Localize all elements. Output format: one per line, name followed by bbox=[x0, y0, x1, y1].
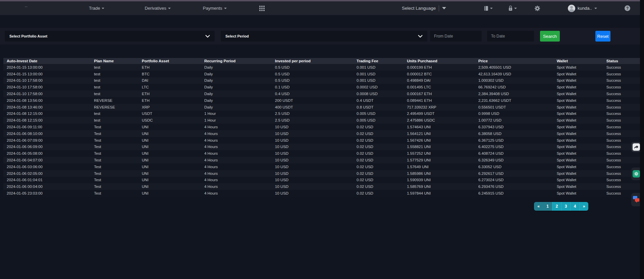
pagination-page-2[interactable]: 2 bbox=[552, 202, 561, 211]
lock-icon bbox=[508, 5, 513, 11]
language-selector[interactable]: Select Language bbox=[402, 1, 446, 15]
table-row: 2024-01-06 04:07:00TestUNI4 Hours10 USD0… bbox=[3, 157, 641, 163]
table-cell: 10 USD bbox=[272, 163, 353, 170]
table-cell: 2024-01-06 08:10:00 bbox=[3, 130, 91, 137]
pagination-page-4[interactable]: 4 bbox=[570, 202, 579, 211]
table-cell: Spot Wallet bbox=[553, 170, 603, 177]
table-cell: 0.4 USDT bbox=[353, 97, 404, 104]
chat-bubble-icon bbox=[635, 198, 639, 202]
table-cell: 2,384.39408 USD bbox=[475, 90, 553, 97]
portfolio-asset-select[interactable]: Select Portfolio Asset bbox=[5, 31, 215, 42]
grid-dot bbox=[263, 8, 265, 9]
orders-menu-button[interactable] bbox=[484, 1, 493, 15]
table-cell: 200 USDT bbox=[272, 97, 353, 104]
scrollbar[interactable] bbox=[640, 0, 644, 279]
search-button[interactable]: Search bbox=[540, 31, 560, 42]
table-row: 2024-01-06 09:11:00TestUNI4 Hours10 USD0… bbox=[3, 124, 641, 130]
table-cell: Daily bbox=[201, 71, 272, 77]
reset-button[interactable]: Reset bbox=[595, 31, 610, 42]
table-cell: 2,231.63662 USDT bbox=[475, 97, 553, 104]
table-cell: 2024-01-06 05:08:00 bbox=[3, 150, 91, 157]
table-cell: test bbox=[91, 111, 138, 117]
table-cell: 0.5 USD bbox=[272, 77, 353, 84]
table-row: 2024-01-15 13:00:00testETHDaily0.5 USD0.… bbox=[3, 64, 641, 71]
column-header: Wallet bbox=[553, 58, 603, 64]
table-cell: UNI bbox=[139, 150, 201, 157]
pagination-next-button[interactable]: » bbox=[579, 202, 588, 211]
table-cell: UNI bbox=[139, 190, 201, 197]
pagination-page-3[interactable]: 3 bbox=[561, 202, 570, 211]
table-cell: ETH bbox=[139, 90, 201, 97]
table-cell: test bbox=[91, 117, 138, 124]
table-cell: Success bbox=[603, 104, 641, 111]
table-cell: ETH bbox=[139, 97, 201, 104]
table-cell: 6.367125 USD bbox=[475, 137, 553, 144]
nav-item-trade[interactable]: Trade bbox=[89, 6, 104, 11]
table-cell: 0.02 USD bbox=[353, 124, 404, 130]
pagination-prev-button[interactable]: « bbox=[534, 202, 543, 211]
table-cell: 6.292617 USD bbox=[475, 170, 553, 177]
table-cell: 10 USD bbox=[272, 177, 353, 184]
table-cell: 2024-01-10 17:58:00 bbox=[3, 90, 91, 97]
table-cell: Daily bbox=[201, 104, 272, 111]
table-cell: test bbox=[91, 77, 138, 84]
assistant-icon bbox=[633, 170, 640, 178]
help-icon[interactable]: ? bbox=[625, 5, 630, 11]
apps-grid-icon[interactable] bbox=[259, 6, 265, 11]
pagination-page-1[interactable]: 1 bbox=[543, 202, 552, 211]
table-cell: 2.5 USD bbox=[272, 111, 353, 117]
table-cell: 6.245915 USD bbox=[475, 190, 553, 197]
table-cell: 4 Hours bbox=[201, 137, 272, 144]
table-cell: 2024-01-08 12:15:00 bbox=[3, 117, 91, 124]
column-header: Plan Name bbox=[91, 58, 138, 64]
table-cell: 0.02 USD bbox=[353, 150, 404, 157]
table-cell: UNI bbox=[139, 137, 201, 144]
table-cell: Success bbox=[603, 111, 641, 117]
table-cell: 1 Hour bbox=[201, 117, 272, 124]
table-cell: Test bbox=[91, 177, 138, 184]
table-cell: Success bbox=[603, 157, 641, 163]
table-cell: 2024-01-10 17:58:00 bbox=[3, 77, 91, 84]
table-cell: Success bbox=[603, 84, 641, 90]
table-cell: 10 USD bbox=[272, 183, 353, 190]
table-cell: 10 USD bbox=[272, 124, 353, 130]
table-cell: 2024-01-15 13:00:00 bbox=[3, 71, 91, 77]
table-cell: Spot Wallet bbox=[553, 97, 603, 104]
table-cell: 2.5 USD bbox=[272, 117, 353, 124]
table-cell: BTC bbox=[139, 71, 201, 77]
table-row: 2024-01-06 02:05:00TestUNI4 Hours10 USD0… bbox=[3, 170, 641, 177]
orders-book-icon bbox=[484, 6, 489, 11]
table-cell: UNI bbox=[139, 163, 201, 170]
pagination-pages: 1234 bbox=[543, 202, 579, 211]
security-menu-button[interactable] bbox=[508, 1, 517, 15]
table-cell: Test bbox=[91, 183, 138, 190]
table-cell: 6.326349 USD bbox=[475, 157, 553, 163]
from-date-input[interactable] bbox=[430, 31, 482, 42]
table-cell: Spot Wallet bbox=[553, 177, 603, 184]
avatar-body bbox=[569, 9, 574, 12]
settings-button[interactable] bbox=[535, 1, 540, 15]
table-cell: 10 USD bbox=[272, 170, 353, 177]
table-cell: 1.577529 UNI bbox=[404, 157, 475, 163]
table-cell: XRP bbox=[139, 104, 201, 111]
site-logo[interactable]: .. bbox=[25, 3, 28, 8]
to-date-input[interactable] bbox=[487, 31, 534, 42]
table-row: 2024-01-10 17:58:00testLTCDaily0.1 USD0.… bbox=[3, 84, 641, 90]
nav-item-label: Derivatives bbox=[145, 6, 166, 11]
table-cell: 2024-01-06 04:07:00 bbox=[3, 157, 91, 163]
table-cell: Test bbox=[91, 190, 138, 197]
grid-dot bbox=[259, 8, 261, 9]
table-cell: Success bbox=[603, 77, 641, 84]
nav-item-derivatives[interactable]: Derivatives bbox=[145, 6, 170, 11]
table-cell: 1.57649 UNI bbox=[404, 163, 475, 170]
table-row: 2024-01-06 08:10:00TestUNI4 Hours10 USD0… bbox=[3, 130, 641, 137]
table-cell: 1.000302 USD bbox=[475, 77, 553, 84]
table-cell: Spot Wallet bbox=[553, 111, 603, 117]
table-cell: 2024-01-06 01:04:01 bbox=[3, 177, 91, 184]
nav-item-payments[interactable]: Payments bbox=[203, 6, 227, 11]
table-cell: 0.000012 BTC bbox=[404, 71, 475, 77]
user-menu[interactable]: kunda.. bbox=[568, 1, 597, 15]
column-header: Invested per period bbox=[272, 58, 353, 64]
period-select[interactable]: Select Period bbox=[221, 31, 427, 42]
table-cell: Spot Wallet bbox=[553, 104, 603, 111]
